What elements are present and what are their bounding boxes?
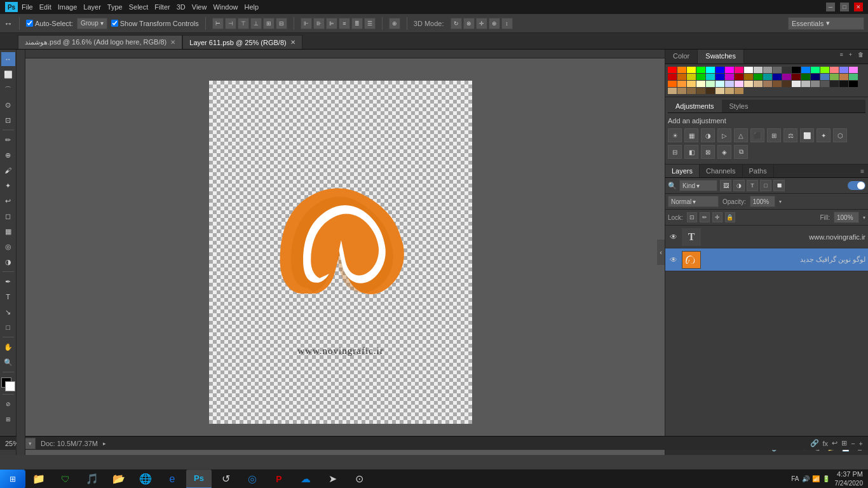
filter-smart-object-button[interactable]: 🔲 bbox=[773, 180, 785, 191]
swatch[interactable] bbox=[668, 67, 677, 73]
start-button[interactable]: ⊞ bbox=[0, 470, 25, 489]
show-transform-checkbox[interactable] bbox=[111, 20, 118, 27]
swatch[interactable] bbox=[744, 81, 753, 87]
menu-file[interactable]: File bbox=[22, 3, 33, 11]
filter-adjustment-button[interactable]: ◑ bbox=[733, 180, 745, 191]
swatch[interactable] bbox=[706, 67, 715, 73]
layer-item[interactable]: 👁 T www.novingrafic.ir bbox=[665, 226, 868, 248]
3d-pan-button[interactable]: ✛ bbox=[476, 18, 487, 29]
menu-select[interactable]: Select bbox=[129, 3, 149, 11]
rectangular-marquee-tool[interactable]: ⬜ bbox=[1, 67, 15, 81]
swatch[interactable] bbox=[725, 74, 734, 80]
taskbar-file-manager[interactable]: 📁 bbox=[26, 470, 51, 489]
black-white-button[interactable]: ⚖ bbox=[783, 128, 797, 142]
threshold-button[interactable]: ⊠ bbox=[701, 145, 715, 159]
taskbar-chrome[interactable]: ⊙ bbox=[346, 470, 372, 489]
lasso-tool[interactable]: ⌒ bbox=[1, 83, 15, 97]
swatch[interactable] bbox=[725, 88, 734, 94]
gradient-tool[interactable]: ▦ bbox=[1, 224, 15, 238]
swatch[interactable] bbox=[668, 88, 677, 94]
taskbar-photoshop[interactable]: Ps bbox=[186, 470, 212, 489]
swatch[interactable] bbox=[735, 81, 743, 87]
swatch[interactable] bbox=[782, 81, 791, 87]
layer-filter-toggle[interactable] bbox=[848, 181, 865, 190]
filter-kind-dropdown[interactable]: Kind ▾ bbox=[679, 180, 717, 191]
align-right-edges-button[interactable]: ⊤ bbox=[238, 18, 249, 29]
align-centers-v-button[interactable]: ⊣ bbox=[225, 18, 236, 29]
taskbar-media-player[interactable]: 🎵 bbox=[79, 470, 105, 489]
menu-layer[interactable]: Layer bbox=[83, 3, 101, 11]
swatch[interactable] bbox=[830, 74, 839, 80]
lock-pixels-button[interactable]: ✏ bbox=[700, 212, 710, 222]
swatch[interactable] bbox=[687, 74, 696, 80]
taskbar-ie[interactable]: e bbox=[159, 470, 185, 489]
swatch[interactable] bbox=[735, 88, 743, 94]
swatch[interactable] bbox=[715, 81, 724, 87]
swatch[interactable] bbox=[763, 74, 772, 80]
swatch[interactable] bbox=[696, 81, 705, 87]
filter-shape-button[interactable]: □ bbox=[760, 180, 771, 191]
swatch[interactable] bbox=[811, 81, 820, 87]
filter-type-button[interactable]: T bbox=[747, 180, 758, 191]
zoom-menu-button[interactable]: ▾ bbox=[24, 438, 36, 449]
swatch[interactable] bbox=[811, 67, 820, 73]
swatch[interactable] bbox=[677, 74, 686, 80]
swatch[interactable] bbox=[735, 74, 743, 80]
invert-button[interactable]: ⊟ bbox=[668, 145, 682, 159]
layers-panel-menu-button[interactable]: ≡ bbox=[859, 166, 865, 176]
eraser-tool[interactable]: ◻ bbox=[1, 209, 15, 223]
swatch[interactable] bbox=[735, 67, 743, 73]
vibrance-button[interactable]: △ bbox=[734, 128, 748, 142]
swatch[interactable] bbox=[677, 67, 686, 73]
close-button[interactable]: ✕ bbox=[854, 3, 863, 11]
layer-item[interactable]: 👁 لوگو نوین گرافیک جدید bbox=[665, 248, 868, 271]
background-color[interactable] bbox=[5, 381, 15, 391]
system-clock[interactable]: 4:37 PM 7/24/2020 bbox=[835, 470, 864, 488]
swatches-new-button[interactable]: + bbox=[847, 51, 854, 62]
healing-brush-tool[interactable]: ⊕ bbox=[1, 148, 15, 162]
swatch[interactable] bbox=[773, 74, 782, 80]
maximize-button[interactable]: □ bbox=[840, 3, 849, 11]
fill-input[interactable]: 100% bbox=[834, 212, 859, 223]
swatch[interactable] bbox=[706, 74, 715, 80]
tab-layer611-close[interactable]: ✕ bbox=[290, 39, 295, 46]
menu-3d[interactable]: 3D bbox=[177, 3, 186, 11]
pen-tool[interactable]: ✒ bbox=[1, 274, 15, 288]
curves-button[interactable]: ◑ bbox=[701, 128, 715, 142]
distribute-bottom-button[interactable]: ☰ bbox=[364, 18, 376, 29]
layer-visibility-toggle[interactable]: 👁 bbox=[668, 231, 679, 243]
color-lookup-button[interactable]: ⬡ bbox=[833, 128, 847, 142]
taskbar-onedrive[interactable]: ☁ bbox=[293, 470, 318, 489]
photo-filter-button[interactable]: ⬜ bbox=[800, 128, 814, 142]
channel-mixer-button[interactable]: ✦ bbox=[817, 128, 831, 142]
swatch[interactable] bbox=[782, 67, 791, 73]
menu-type[interactable]: Type bbox=[107, 3, 123, 11]
swatches-panel-options-button[interactable]: ≡ bbox=[837, 51, 844, 62]
swatch[interactable] bbox=[801, 81, 810, 87]
swatch[interactable] bbox=[725, 81, 734, 87]
group-dropdown[interactable]: Group ▾ bbox=[77, 18, 107, 29]
tab-paths[interactable]: Paths bbox=[743, 165, 774, 177]
tab-layers[interactable]: Layers bbox=[665, 165, 700, 177]
quick-mask-button[interactable]: ⊘ bbox=[1, 397, 15, 411]
selective-color-button[interactable]: ⧉ bbox=[734, 145, 748, 159]
blend-mode-dropdown[interactable]: Normal ▾ bbox=[668, 196, 719, 207]
hsl-button[interactable]: ⬛ bbox=[750, 128, 764, 142]
swatch[interactable] bbox=[687, 88, 696, 94]
swatch[interactable] bbox=[773, 67, 782, 73]
swatch[interactable] bbox=[849, 81, 858, 87]
tab-swatches[interactable]: Swatches bbox=[698, 50, 744, 64]
menu-edit[interactable]: Edit bbox=[39, 3, 51, 11]
quick-selection-tool[interactable]: ⊙ bbox=[1, 98, 15, 112]
taskbar-arrow[interactable]: ➤ bbox=[320, 470, 345, 489]
swatch[interactable] bbox=[820, 74, 829, 80]
color-selector[interactable] bbox=[1, 377, 15, 391]
taskbar-files[interactable]: 📂 bbox=[106, 470, 132, 489]
swatch[interactable] bbox=[801, 67, 810, 73]
minimize-button[interactable]: ─ bbox=[826, 3, 835, 11]
exposure-button[interactable]: ▷ bbox=[717, 128, 731, 142]
3d-scale-button[interactable]: ↕ bbox=[501, 18, 513, 29]
taskbar-edge[interactable]: ◎ bbox=[240, 470, 265, 489]
posterize-button[interactable]: ◧ bbox=[684, 145, 698, 159]
swatches-delete-button[interactable]: 🗑 bbox=[856, 51, 865, 62]
